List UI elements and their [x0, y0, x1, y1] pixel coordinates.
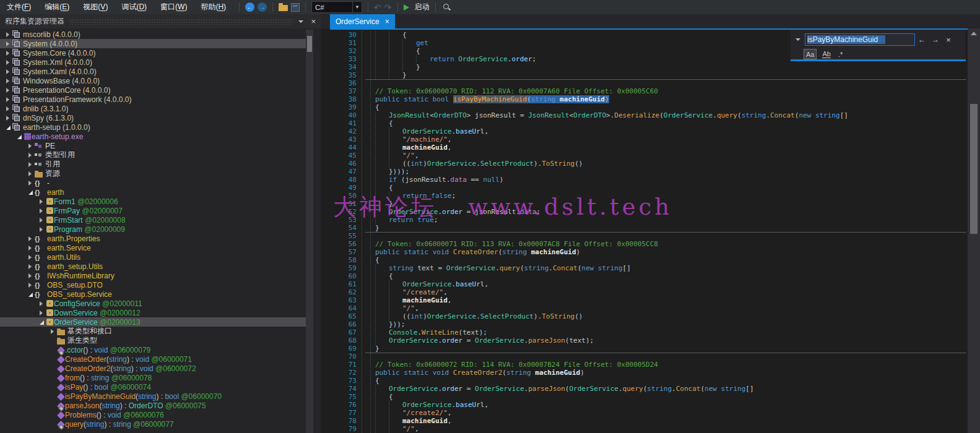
tree-item[interactable]: parseJson(string) : OrderDTO @06000075: [0, 401, 306, 410]
tree-item[interactable]: DownService @02000012: [0, 308, 306, 317]
panel-close-icon[interactable]: ×: [311, 17, 316, 26]
expander-collapsed-icon[interactable]: [27, 244, 35, 252]
tree-item[interactable]: dnSpy (6.1.3.0): [0, 113, 306, 122]
menu-item-W[interactable]: 窗口(W): [154, 0, 194, 14]
tree-item[interactable]: CreateOrder2(string) : void @06000072: [0, 364, 306, 373]
code-line-74[interactable]: 74OrderService.order = OrderService.pars…: [321, 385, 968, 393]
expander-collapsed-icon[interactable]: [27, 160, 35, 169]
expander-collapsed-icon[interactable]: [5, 58, 12, 67]
expander-collapsed-icon[interactable]: [5, 105, 12, 113]
open-file-icon[interactable]: [279, 5, 288, 11]
expander-expanded-icon[interactable]: [27, 290, 35, 299]
code-line-66[interactable]: 66}));: [321, 320, 968, 328]
tree-item[interactable]: earth-setup.exe: [0, 132, 306, 141]
expander-expanded-icon[interactable]: [27, 188, 35, 197]
navigate-forward-icon[interactable]: →: [258, 2, 267, 12]
tree-item[interactable]: earth.Properties: [0, 234, 306, 243]
tree-item[interactable]: 类型引用: [0, 150, 306, 160]
menu-item-F[interactable]: 文件(F): [0, 0, 38, 14]
redo-icon[interactable]: ↷: [384, 3, 392, 12]
tree-scrollbar[interactable]: [306, 30, 313, 433]
code-line-75[interactable]: 75{: [321, 393, 968, 401]
code-line-73[interactable]: 73{: [321, 377, 968, 385]
tab-close-icon[interactable]: ×: [385, 18, 389, 25]
tree-item[interactable]: IWshRuntimeLibrary: [0, 271, 306, 280]
code-line-41[interactable]: 41{: [321, 119, 968, 127]
editor-scrollbar-thumb[interactable]: [970, 104, 978, 234]
code-line-45[interactable]: 45"/",: [321, 152, 968, 160]
tree-item[interactable]: FrmStart @02000008: [0, 215, 306, 225]
expander-collapsed-icon[interactable]: [5, 114, 12, 122]
code-line-40[interactable]: 40JsonResult<OrderDTO> jsonResult = Json…: [321, 111, 968, 119]
code-line-42[interactable]: 42OrderService.baseUrl,: [321, 127, 968, 135]
code-line-72[interactable]: 72public static void CreateOrder2(string…: [321, 369, 968, 377]
expander-collapsed-icon[interactable]: [38, 299, 46, 308]
code-line-38[interactable]: 38public static bool isPayByMachineGuid(…: [321, 95, 968, 103]
code-line-61[interactable]: 61OrderService.baseUrl,: [321, 280, 968, 288]
menu-item-H[interactable]: 帮助(H): [194, 0, 233, 14]
expander-collapsed-icon[interactable]: [27, 272, 35, 280]
tree-item[interactable]: earth: [0, 187, 306, 197]
tab-orderservice[interactable]: OrderService ×: [330, 14, 395, 28]
tree-item[interactable]: OrderService @02000013: [0, 317, 306, 327]
language-combo[interactable]: C# ▼: [311, 1, 362, 13]
regex-button[interactable]: .*: [836, 49, 844, 59]
navigate-back-icon[interactable]: ←: [245, 2, 254, 12]
tree-item[interactable]: Problems() : void @06000076: [0, 410, 306, 419]
expander-expanded-icon[interactable]: [16, 132, 24, 141]
combo-dropdown-icon[interactable]: ▼: [353, 4, 362, 10]
tree-scrollbar-thumb[interactable]: [307, 36, 312, 52]
code-line-65[interactable]: 65((int)OrderService.SelectProduct).ToSt…: [321, 312, 968, 320]
search-assemblies-icon[interactable]: [443, 3, 451, 12]
match-case-button[interactable]: Aa: [804, 49, 817, 59]
tree-item[interactable]: OBS_setup.Service: [0, 289, 306, 299]
code-line-58[interactable]: 58{: [321, 256, 968, 264]
expander-collapsed-icon[interactable]: [5, 30, 12, 39]
code-line-46[interactable]: 46((int)OrderService.SelectProduct).ToSt…: [321, 160, 968, 168]
tree-item[interactable]: earth.Service: [0, 243, 306, 252]
code-line-47[interactable]: 47})));: [321, 168, 968, 176]
code-line-69[interactable]: 69}: [321, 345, 968, 353]
expander-collapsed-icon[interactable]: [27, 253, 35, 262]
tree-item[interactable]: PresentationCore (4.0.0.0): [0, 85, 306, 95]
tree-item[interactable]: mscorlib (4.0.0.0): [0, 30, 306, 39]
find-previous-icon[interactable]: ←: [915, 35, 929, 44]
code-line-37[interactable]: 37// Token: 0x06000070 RID: 112 RVA: 0x0…: [321, 87, 968, 95]
code-line-55[interactable]: 55: [321, 232, 968, 240]
code-line-77[interactable]: 77"/create2/",: [321, 409, 968, 417]
expander-collapsed-icon[interactable]: [38, 207, 46, 215]
tree-item[interactable]: earth-setup (1.0.0.0): [0, 122, 306, 132]
tree-item[interactable]: isPayByMachineGuid(string) : bool @06000…: [0, 392, 306, 401]
tree-item[interactable]: WindowsBase (4.0.0.0): [0, 76, 306, 85]
tree-item[interactable]: earth_setup.Utils: [0, 262, 306, 271]
tree-item[interactable]: 派生类型: [0, 336, 306, 345]
expander-collapsed-icon[interactable]: [27, 281, 35, 289]
expander-collapsed-icon[interactable]: [27, 151, 35, 160]
tree-item[interactable]: query(string) : string @06000077: [0, 419, 306, 429]
code-line-56[interactable]: 56// Token: 0x06000071 RID: 113 RVA: 0x0…: [321, 240, 968, 248]
expander-collapsed-icon[interactable]: [5, 77, 12, 85]
tree-item[interactable]: earth.Utils: [0, 252, 306, 262]
expander-collapsed-icon[interactable]: [27, 142, 35, 150]
menu-item-E[interactable]: 编辑(E): [38, 0, 76, 14]
code-line-76[interactable]: 76OrderService.baseUrl,: [321, 401, 968, 409]
expander-collapsed-icon[interactable]: [5, 86, 12, 95]
code-line-35[interactable]: 35}: [321, 71, 968, 79]
tree-item[interactable]: dnlib (3.3.1.0): [0, 104, 306, 113]
expander-collapsed-icon[interactable]: [50, 327, 57, 336]
code-line-57[interactable]: 57public static void CreateOrder(string …: [321, 248, 968, 256]
expander-collapsed-icon[interactable]: [27, 169, 35, 178]
tree-item[interactable]: 资源: [0, 169, 306, 178]
expander-collapsed-icon[interactable]: [5, 40, 12, 48]
code-line-78[interactable]: 78machineGuid,: [321, 417, 968, 425]
code-line-60[interactable]: 60{: [321, 272, 968, 280]
code-line-62[interactable]: 62"/create/",: [321, 288, 968, 296]
tree-item[interactable]: System.Xml (4.0.0.0): [0, 58, 306, 67]
search-close-icon[interactable]: ×: [942, 35, 955, 45]
expander-collapsed-icon[interactable]: [27, 179, 35, 187]
code-line-63[interactable]: 63machineGuid,: [321, 296, 968, 304]
expander-collapsed-icon[interactable]: [27, 234, 35, 243]
expander-collapsed-icon[interactable]: [38, 309, 46, 317]
expander-collapsed-icon[interactable]: [38, 225, 46, 234]
code-line-68[interactable]: 68OrderService.order = OrderService.pars…: [321, 337, 968, 345]
